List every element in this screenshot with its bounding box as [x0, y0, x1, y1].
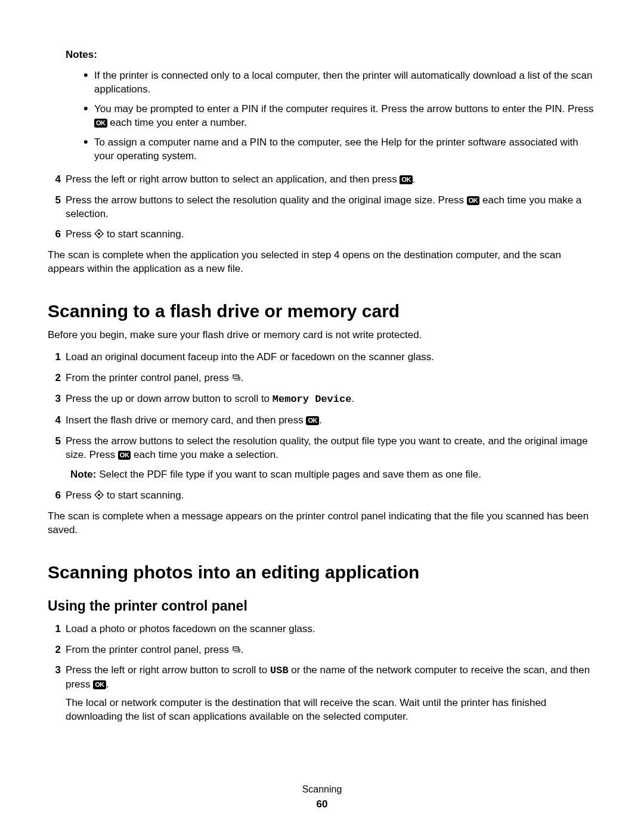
step-5-note: Note: Select the PDF file type if you wa… — [70, 468, 596, 482]
text: Press — [66, 490, 94, 501]
text: Press — [66, 228, 94, 240]
text: . — [319, 414, 322, 426]
step-number: 5 — [48, 435, 61, 482]
step-number: 2 — [48, 643, 61, 657]
section2-steps: 1 Load a photo or photos facedown on the… — [48, 623, 596, 724]
step-3: 3 Press the up or down arrow button to s… — [48, 392, 596, 407]
note-bullet-2: You may be prompted to enter a PIN if th… — [83, 103, 596, 130]
step-4: 4 Insert the flash drive or memory card,… — [48, 414, 596, 428]
ok-icon: OK — [94, 119, 107, 128]
notes-heading: Notes: — [66, 49, 596, 61]
text: Press the up or down arrow button to scr… — [66, 393, 273, 404]
footer-section-name: Scanning — [0, 784, 644, 795]
text: . — [241, 644, 244, 655]
ok-icon: OK — [467, 196, 480, 205]
text: You may be prompted to enter a PIN if th… — [94, 103, 594, 114]
scan-icon — [232, 373, 241, 382]
step-number: 6 — [48, 489, 61, 503]
note-bullet-3: To assign a computer name and a PIN to t… — [83, 136, 596, 163]
footer-page-number: 60 — [0, 798, 644, 810]
text: Press the left or right arrow button to … — [66, 174, 400, 185]
text: Load an original document faceup into th… — [66, 351, 596, 364]
note-bullet-1: If the printer is connected only to a lo… — [83, 69, 596, 97]
svg-point-4 — [98, 494, 100, 496]
step-6: 6 Press to start scanning. — [48, 489, 596, 503]
scan-icon — [232, 645, 241, 654]
subsection-control-panel: Using the printer control panel — [48, 598, 596, 614]
step-3: 3 Press the left or right arrow button t… — [48, 664, 596, 724]
note-text: Select the PDF file type if you want to … — [99, 469, 481, 480]
section-heading-flash-drive: Scanning to a flash drive or memory card — [48, 301, 596, 321]
step-2: 2 From the printer control panel, press … — [48, 371, 596, 385]
step-number: 3 — [48, 392, 61, 407]
text: . — [351, 393, 354, 404]
step-3-followup: The local or network computer is the des… — [66, 696, 596, 724]
text: From the printer control panel, press — [66, 372, 232, 383]
section1-intro: Before you begin, make sure your flash d… — [48, 329, 596, 342]
step-1: 1 Load a photo or photos facedown on the… — [48, 623, 596, 636]
step-number: 3 — [48, 664, 61, 724]
text: . — [241, 372, 244, 383]
text: . — [413, 174, 416, 185]
ok-icon: OK — [400, 175, 413, 184]
text: Insert the flash drive or memory card, a… — [66, 414, 306, 426]
start-diamond-icon — [94, 490, 104, 500]
text: Press the arrow buttons to select the re… — [66, 194, 467, 206]
section1-steps: 1 Load an original document faceup into … — [48, 351, 596, 503]
step-5: 5 Press the arrow buttons to select the … — [48, 194, 596, 221]
text: . — [106, 679, 109, 690]
page: Notes: If the printer is connected only … — [0, 0, 644, 833]
step-number: 1 — [48, 351, 61, 364]
step-number: 6 — [48, 228, 61, 241]
step-2: 2 From the printer control panel, press … — [48, 643, 596, 657]
text: From the printer control panel, press — [66, 644, 232, 655]
ok-icon: OK — [306, 416, 319, 425]
notes-bullet-list: If the printer is connected only to a lo… — [83, 69, 596, 163]
step-6: 6 Press to start scanning. — [48, 228, 596, 241]
step-4: 4 Press the left or right arrow button t… — [48, 173, 596, 187]
ok-icon: OK — [93, 680, 106, 689]
text: Press the left or right arrow button to … — [66, 664, 270, 676]
text: to start scanning. — [104, 490, 184, 501]
step-1: 1 Load an original document faceup into … — [48, 351, 596, 364]
start-diamond-icon — [94, 229, 104, 239]
text: each time you enter a number. — [107, 117, 247, 128]
ok-icon: OK — [118, 451, 131, 460]
step-number: 4 — [48, 414, 61, 428]
text: each time you make a selection. — [131, 449, 278, 460]
step-number: 2 — [48, 371, 61, 385]
step-number: 5 — [48, 194, 61, 221]
continued-steps: 4 Press the left or right arrow button t… — [48, 173, 596, 242]
memory-device-label: Memory Device — [273, 394, 352, 405]
step-number: 4 — [48, 173, 61, 187]
svg-point-1 — [98, 233, 100, 235]
step-5: 5 Press the arrow buttons to select the … — [48, 435, 596, 482]
text: to start scanning. — [104, 228, 184, 240]
text: Load a photo or photos facedown on the s… — [66, 623, 596, 636]
continued-outro: The scan is complete when the applicatio… — [48, 249, 596, 276]
step-number: 1 — [48, 623, 61, 636]
section-heading-editing-app: Scanning photos into an editing applicat… — [48, 562, 596, 583]
section1-outro: The scan is complete when a message appe… — [48, 510, 596, 537]
note-label: Note: — [70, 469, 99, 480]
page-footer: Scanning 60 — [0, 784, 644, 810]
usb-label: USB — [270, 665, 289, 676]
